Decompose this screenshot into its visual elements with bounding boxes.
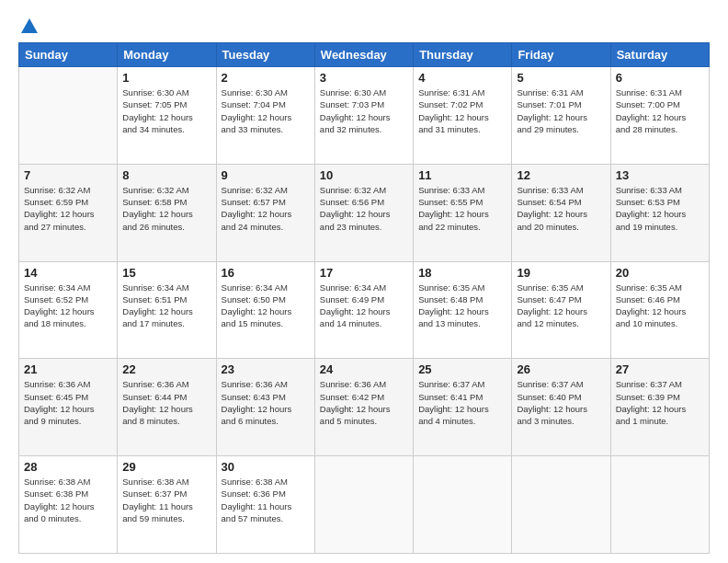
table-row: 4Sunrise: 6:31 AM Sunset: 7:02 PM Daylig… (414, 67, 512, 165)
svg-marker-0 (21, 18, 38, 33)
table-row: 2Sunrise: 6:30 AM Sunset: 7:04 PM Daylig… (216, 67, 314, 165)
day-number: 25 (418, 362, 506, 376)
table-row: 23Sunrise: 6:36 AM Sunset: 6:43 PM Dayli… (216, 359, 314, 456)
table-row (512, 456, 610, 554)
table-row: 19Sunrise: 6:35 AM Sunset: 6:47 PM Dayli… (512, 261, 610, 359)
day-info: Sunrise: 6:30 AM Sunset: 7:05 PM Dayligh… (122, 86, 210, 135)
table-row (19, 67, 118, 165)
calendar-week-row: 28Sunrise: 6:38 AM Sunset: 6:38 PM Dayli… (19, 456, 710, 554)
day-number: 23 (222, 362, 310, 376)
day-number: 27 (616, 362, 704, 376)
day-info: Sunrise: 6:34 AM Sunset: 6:51 PM Dayligh… (122, 282, 210, 330)
table-row: 15Sunrise: 6:34 AM Sunset: 6:51 PM Dayli… (118, 261, 216, 359)
table-row: 22Sunrise: 6:36 AM Sunset: 6:44 PM Dayli… (118, 359, 216, 456)
page: Sunday Monday Tuesday Wednesday Thursday… (0, 0, 728, 563)
table-row: 1Sunrise: 6:30 AM Sunset: 7:05 PM Daylig… (118, 67, 216, 165)
day-number: 22 (122, 362, 210, 376)
table-row: 17Sunrise: 6:34 AM Sunset: 6:49 PM Dayli… (314, 261, 413, 359)
day-info: Sunrise: 6:33 AM Sunset: 6:53 PM Dayligh… (616, 184, 704, 233)
table-row: 25Sunrise: 6:37 AM Sunset: 6:41 PM Dayli… (414, 359, 512, 456)
header (18, 17, 710, 33)
day-info: Sunrise: 6:31 AM Sunset: 7:02 PM Dayligh… (418, 86, 506, 135)
day-number: 18 (418, 266, 506, 280)
day-info: Sunrise: 6:32 AM Sunset: 6:56 PM Dayligh… (320, 184, 408, 233)
table-row: 26Sunrise: 6:37 AM Sunset: 6:40 PM Dayli… (512, 359, 610, 456)
day-number: 14 (24, 266, 112, 280)
calendar-week-row: 21Sunrise: 6:36 AM Sunset: 6:45 PM Dayli… (19, 359, 710, 456)
day-number: 13 (616, 168, 704, 182)
table-row: 28Sunrise: 6:38 AM Sunset: 6:38 PM Dayli… (19, 456, 118, 554)
col-wednesday: Wednesday (314, 43, 413, 67)
table-row: 3Sunrise: 6:30 AM Sunset: 7:03 PM Daylig… (314, 67, 413, 165)
day-info: Sunrise: 6:35 AM Sunset: 6:46 PM Dayligh… (616, 282, 704, 330)
day-info: Sunrise: 6:38 AM Sunset: 6:37 PM Dayligh… (122, 476, 210, 524)
table-row: 24Sunrise: 6:36 AM Sunset: 6:42 PM Dayli… (314, 359, 413, 456)
table-row: 12Sunrise: 6:33 AM Sunset: 6:54 PM Dayli… (512, 164, 610, 261)
table-row: 29Sunrise: 6:38 AM Sunset: 6:37 PM Dayli… (118, 456, 216, 554)
day-info: Sunrise: 6:37 AM Sunset: 6:41 PM Dayligh… (418, 378, 506, 427)
day-number: 16 (222, 266, 310, 280)
table-row (610, 456, 709, 554)
table-row: 27Sunrise: 6:37 AM Sunset: 6:39 PM Dayli… (610, 359, 709, 456)
day-number: 17 (320, 266, 408, 280)
calendar-header-row: Sunday Monday Tuesday Wednesday Thursday… (19, 43, 710, 67)
calendar-week-row: 1Sunrise: 6:30 AM Sunset: 7:05 PM Daylig… (19, 67, 710, 165)
col-saturday: Saturday (610, 43, 709, 67)
day-info: Sunrise: 6:36 AM Sunset: 6:42 PM Dayligh… (320, 378, 408, 427)
day-info: Sunrise: 6:33 AM Sunset: 6:55 PM Dayligh… (418, 184, 506, 233)
day-info: Sunrise: 6:36 AM Sunset: 6:44 PM Dayligh… (122, 378, 210, 427)
day-number: 10 (320, 168, 408, 182)
day-info: Sunrise: 6:32 AM Sunset: 6:59 PM Dayligh… (24, 184, 112, 233)
day-info: Sunrise: 6:30 AM Sunset: 7:03 PM Dayligh… (320, 86, 408, 135)
day-number: 4 (418, 71, 506, 85)
table-row: 16Sunrise: 6:34 AM Sunset: 6:50 PM Dayli… (216, 261, 314, 359)
table-row (314, 456, 413, 554)
day-info: Sunrise: 6:32 AM Sunset: 6:58 PM Dayligh… (122, 184, 210, 233)
logo-icon (19, 17, 40, 37)
day-info: Sunrise: 6:37 AM Sunset: 6:39 PM Dayligh… (616, 378, 704, 427)
day-info: Sunrise: 6:34 AM Sunset: 6:52 PM Dayligh… (24, 282, 112, 330)
day-number: 26 (517, 362, 605, 376)
table-row: 5Sunrise: 6:31 AM Sunset: 7:01 PM Daylig… (512, 67, 610, 165)
day-info: Sunrise: 6:32 AM Sunset: 6:57 PM Dayligh… (222, 184, 310, 233)
table-row: 14Sunrise: 6:34 AM Sunset: 6:52 PM Dayli… (19, 261, 118, 359)
day-number: 2 (222, 71, 310, 85)
table-row: 6Sunrise: 6:31 AM Sunset: 7:00 PM Daylig… (610, 67, 709, 165)
day-info: Sunrise: 6:33 AM Sunset: 6:54 PM Dayligh… (517, 184, 605, 233)
day-info: Sunrise: 6:35 AM Sunset: 6:47 PM Dayligh… (517, 282, 605, 330)
day-number: 12 (517, 168, 605, 182)
day-info: Sunrise: 6:35 AM Sunset: 6:48 PM Dayligh… (418, 282, 506, 330)
day-number: 1 (122, 71, 210, 85)
table-row: 21Sunrise: 6:36 AM Sunset: 6:45 PM Dayli… (19, 359, 118, 456)
table-row: 11Sunrise: 6:33 AM Sunset: 6:55 PM Dayli… (414, 164, 512, 261)
day-info: Sunrise: 6:34 AM Sunset: 6:50 PM Dayligh… (222, 282, 310, 330)
day-info: Sunrise: 6:31 AM Sunset: 7:00 PM Dayligh… (616, 86, 704, 135)
day-number: 20 (616, 266, 704, 280)
day-number: 3 (320, 71, 408, 85)
day-number: 8 (122, 168, 210, 182)
table-row: 18Sunrise: 6:35 AM Sunset: 6:48 PM Dayli… (414, 261, 512, 359)
day-number: 29 (122, 460, 210, 474)
table-row: 13Sunrise: 6:33 AM Sunset: 6:53 PM Dayli… (610, 164, 709, 261)
day-number: 7 (24, 168, 112, 182)
day-info: Sunrise: 6:34 AM Sunset: 6:49 PM Dayligh… (320, 282, 408, 330)
day-info: Sunrise: 6:38 AM Sunset: 6:38 PM Dayligh… (24, 476, 112, 524)
day-number: 30 (222, 460, 310, 474)
day-number: 9 (222, 168, 310, 182)
day-number: 5 (517, 71, 605, 85)
day-number: 19 (517, 266, 605, 280)
day-number: 28 (24, 460, 112, 474)
logo (18, 17, 40, 33)
table-row: 30Sunrise: 6:38 AM Sunset: 6:36 PM Dayli… (216, 456, 314, 554)
col-thursday: Thursday (414, 43, 512, 67)
day-info: Sunrise: 6:30 AM Sunset: 7:04 PM Dayligh… (222, 86, 310, 135)
calendar-week-row: 14Sunrise: 6:34 AM Sunset: 6:52 PM Dayli… (19, 261, 710, 359)
col-friday: Friday (512, 43, 610, 67)
day-number: 6 (616, 71, 704, 85)
table-row: 10Sunrise: 6:32 AM Sunset: 6:56 PM Dayli… (314, 164, 413, 261)
calendar-table: Sunday Monday Tuesday Wednesday Thursday… (18, 42, 710, 554)
col-sunday: Sunday (19, 43, 118, 67)
table-row: 7Sunrise: 6:32 AM Sunset: 6:59 PM Daylig… (19, 164, 118, 261)
day-info: Sunrise: 6:36 AM Sunset: 6:45 PM Dayligh… (24, 378, 112, 427)
table-row: 8Sunrise: 6:32 AM Sunset: 6:58 PM Daylig… (118, 164, 216, 261)
